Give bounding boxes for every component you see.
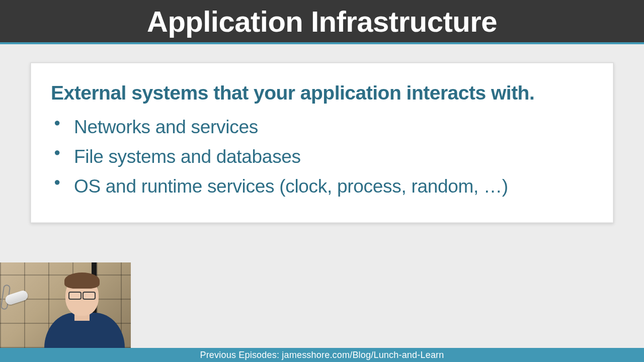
slide-title: Application Infrastructure — [147, 5, 497, 38]
slide-header: Application Infrastructure — [0, 0, 644, 44]
slide-footer: Previous Episodes: jamesshore.com/Blog/L… — [0, 348, 644, 362]
presenter-figure — [39, 288, 125, 348]
microphone-icon — [2, 285, 32, 315]
list-item: OS and runtime services (clock, process,… — [74, 171, 593, 201]
footer-text: Previous Episodes: jamesshore.com/Blog/L… — [200, 350, 444, 360]
list-item: Networks and services — [74, 112, 593, 142]
presenter-webcam — [0, 262, 131, 348]
content-card: External systems that your application i… — [30, 62, 614, 223]
card-heading: External systems that your application i… — [51, 82, 593, 104]
list-item: File systems and databases — [74, 142, 593, 171]
bullet-list: Networks and services File systems and d… — [51, 112, 593, 202]
